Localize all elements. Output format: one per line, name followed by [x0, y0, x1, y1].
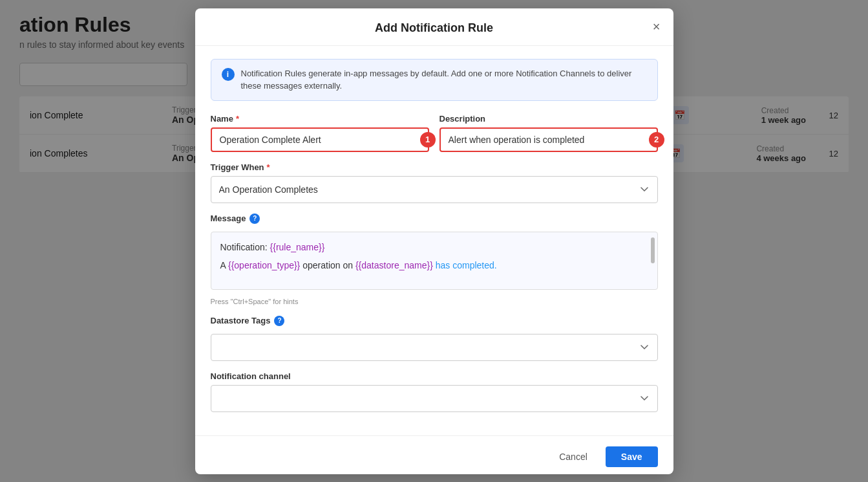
- required-indicator: *: [236, 114, 239, 124]
- required-indicator: *: [267, 162, 270, 172]
- trigger-label: Trigger When *: [211, 162, 658, 172]
- message-help-icon[interactable]: ?: [249, 214, 260, 224]
- message-line-2: A {{operation_type}} operation on {{data…: [220, 258, 648, 272]
- info-icon: i: [222, 68, 235, 81]
- message-label: Message: [211, 214, 246, 223]
- datastore-tags-group: Datastore Tags ?: [211, 316, 658, 361]
- description-input-wrapper: 2: [439, 127, 658, 152]
- name-description-row: Name * 1 Description 2: [211, 114, 658, 152]
- datastore-tags-select[interactable]: [211, 334, 658, 361]
- notification-channel-select[interactable]: [211, 385, 658, 412]
- add-notification-rule-modal: Add Notification Rule × i Notification R…: [195, 8, 673, 474]
- name-label: Name *: [211, 114, 429, 124]
- message-label-row: Message ?: [211, 214, 658, 224]
- modal-footer: Cancel Save: [195, 435, 673, 474]
- trigger-field-group: Trigger When * An Operation Completes: [211, 162, 658, 203]
- scrollbar[interactable]: [651, 237, 655, 263]
- save-button[interactable]: Save: [606, 446, 658, 467]
- badge-2: 2: [649, 132, 664, 148]
- description-field-group: Description 2: [439, 114, 658, 152]
- name-field-group: Name * 1: [211, 114, 429, 152]
- message-field-group: Message ? Notification: {{rule_name}} A …: [211, 214, 658, 305]
- cancel-button[interactable]: Cancel: [549, 446, 598, 467]
- datastore-label-row: Datastore Tags ?: [211, 316, 658, 326]
- datastore-tags-label: Datastore Tags: [211, 316, 271, 325]
- modal-overlay: Add Notification Rule × i Notification R…: [0, 0, 868, 482]
- message-hint: Press "Ctrl+Space" for hints: [211, 298, 658, 305]
- name-input-wrapper: 1: [211, 127, 429, 152]
- modal-title: Add Notification Rule: [375, 21, 493, 35]
- info-text: Notification Rules generate in-app messa…: [241, 67, 647, 93]
- notification-channel-group: Notification channel: [211, 371, 658, 412]
- description-input[interactable]: [439, 127, 658, 152]
- name-input[interactable]: [211, 127, 429, 152]
- message-editor[interactable]: Notification: {{rule_name}} A {{operatio…: [211, 232, 658, 290]
- close-button[interactable]: ×: [653, 20, 661, 33]
- modal-header: Add Notification Rule ×: [195, 8, 673, 46]
- trigger-select[interactable]: An Operation Completes: [211, 176, 658, 203]
- message-line-1: Notification: {{rule_name}}: [220, 240, 648, 254]
- description-label: Description: [439, 114, 658, 124]
- datastore-help-icon[interactable]: ?: [274, 316, 284, 326]
- notification-channel-label: Notification channel: [211, 371, 658, 381]
- badge-1: 1: [420, 132, 436, 148]
- modal-body: i Notification Rules generate in-app mes…: [195, 46, 673, 435]
- info-banner: i Notification Rules generate in-app mes…: [211, 59, 658, 101]
